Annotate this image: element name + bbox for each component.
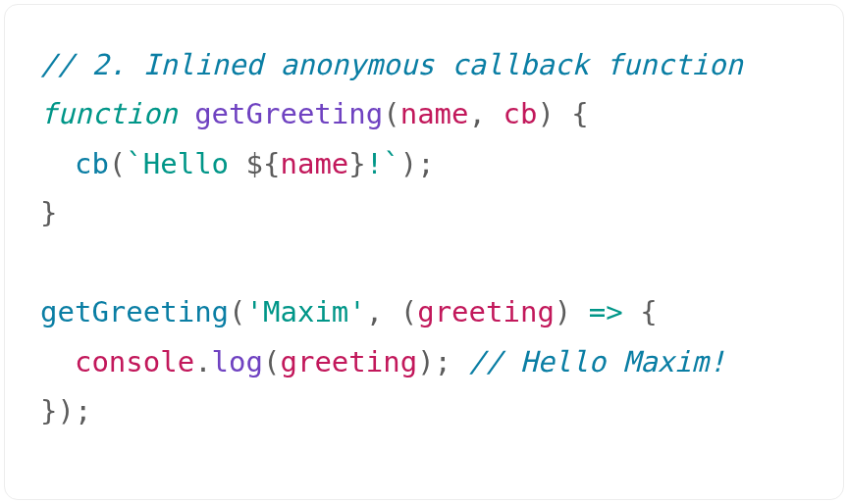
code-comment: // 2. Inlined anonymous callback functio… [40,48,743,81]
code-punct: ); [400,147,435,180]
code-punct: , [469,97,504,130]
code-space [178,97,194,130]
code-string: Hello [143,147,246,180]
code-punct: ) [555,295,571,328]
code-interp-open: ${ [246,147,281,180]
code-block-card: // 2. Inlined anonymous callback functio… [4,4,844,500]
code-backtick: ` [383,147,399,180]
code-punct: ( [109,147,126,180]
code-identifier: console [75,345,194,378]
code-punct: ( [263,345,280,378]
code-punct: }); [40,394,91,428]
code-punct: ( [383,97,399,130]
code-comment: // Hello Maxim! [469,345,726,378]
code-param: greeting [417,295,555,328]
code-punct: ( [229,295,245,328]
code-prop: log [212,345,263,378]
code-punct: . [194,345,211,378]
code-punct: ) { [537,97,588,130]
code-interp-close: } [348,147,365,180]
code-string: ! [366,147,383,180]
code-punct: ); [417,345,468,378]
code-call: getGreeting [40,295,229,328]
code-punct: { [640,295,657,328]
code-param: name [400,97,469,130]
code-string: Maxim [263,295,348,328]
code-quote: ' [246,295,263,328]
code-punct: ( [400,295,417,328]
code-identifier: greeting [280,345,417,378]
code-keyword: function [40,97,178,130]
code-interp-var: name [280,147,348,180]
code-indent [40,147,75,180]
code-function-name: getGreeting [194,97,383,130]
code-call: cb [75,147,109,180]
code-punct: } [40,196,57,229]
code-quote: ' [348,295,365,328]
code-backtick: ` [126,147,142,180]
code-indent [40,345,75,378]
code-arrow: => [589,295,623,328]
code-block: // 2. Inlined anonymous callback functio… [40,40,808,436]
code-space [623,295,640,328]
code-param: cb [503,97,537,130]
code-space [571,295,588,328]
code-punct: , [366,295,400,328]
